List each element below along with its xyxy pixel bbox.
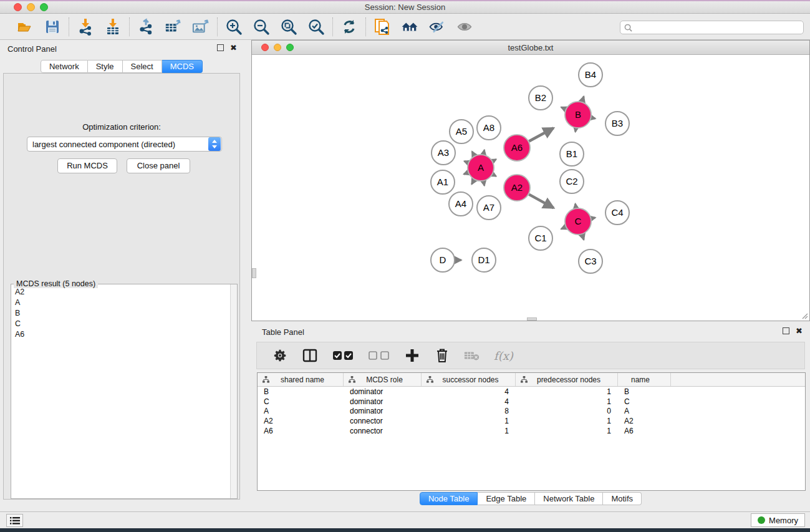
graph-node-A3[interactable]: A3: [432, 141, 455, 165]
network-canvas[interactable]: B4B2BB3A8A5A6A3B1AC2A1A2A4A7C4CC1C3DD1: [252, 55, 809, 321]
float-panel-icon[interactable]: [217, 44, 224, 51]
import-table-icon[interactable]: [104, 18, 122, 36]
graph-edge-A-A7[interactable]: [483, 181, 484, 186]
table-cell[interactable]: dominator: [344, 406, 422, 416]
mcds-result-item[interactable]: A2: [12, 286, 229, 297]
table-cell[interactable]: dominator: [344, 397, 422, 407]
graph-edge-A-A6[interactable]: [493, 159, 496, 161]
add-column-icon[interactable]: [404, 347, 420, 364]
graph-edge-C-C3[interactable]: [582, 235, 584, 239]
select-all-columns-icon[interactable]: [332, 347, 354, 364]
column-header-MCDS-role[interactable]: MCDS role: [344, 373, 422, 386]
graph-node-B[interactable]: B: [565, 102, 591, 128]
graph-node-D[interactable]: D: [431, 248, 455, 272]
table-cell[interactable]: A2: [618, 416, 671, 426]
import-network-icon[interactable]: [77, 18, 94, 36]
show-graphics-icon[interactable]: [456, 18, 473, 36]
table-cell[interactable]: 8: [422, 406, 516, 416]
unselect-all-columns-icon[interactable]: [368, 347, 390, 364]
table-cell[interactable]: A2: [258, 416, 344, 426]
search-input[interactable]: [635, 23, 799, 32]
mcds-result-item[interactable]: A: [12, 297, 229, 307]
memory-button[interactable]: Memory: [751, 513, 805, 527]
mcds-result-item[interactable]: A6: [12, 329, 229, 339]
table-row[interactable]: Adominator80A: [258, 406, 805, 416]
zoom-in-icon[interactable]: [225, 18, 243, 36]
column-header-shared-name[interactable]: shared name: [258, 373, 344, 386]
tab-network[interactable]: Network: [41, 60, 88, 73]
graph-node-A6[interactable]: A6: [504, 135, 530, 161]
tab-edge-table[interactable]: Edge Table: [478, 492, 535, 505]
table-cell[interactable]: 1: [422, 426, 516, 436]
graph-node-B3[interactable]: B3: [605, 112, 629, 135]
tab-style[interactable]: Style: [88, 60, 123, 73]
column-header-predecessor-nodes[interactable]: predecessor nodes: [516, 373, 618, 386]
graph-node-B4[interactable]: B4: [579, 63, 602, 87]
split-view-icon[interactable]: [302, 347, 318, 364]
table-cell[interactable]: dominator: [344, 387, 422, 397]
table-cell[interactable]: connector: [344, 416, 422, 426]
table-cell[interactable]: 0: [516, 406, 618, 416]
table-cell[interactable]: A6: [618, 426, 671, 436]
network-vertical-scrollbar[interactable]: [252, 268, 256, 278]
table-row[interactable]: Cdominator41C: [258, 397, 805, 407]
close-panel-icon[interactable]: ✖: [230, 44, 237, 51]
tab-select[interactable]: Select: [123, 60, 162, 73]
task-history-button[interactable]: [6, 514, 23, 527]
table-cell[interactable]: connector: [344, 426, 422, 436]
graph-edge-B-B2[interactable]: [561, 107, 566, 109]
graph-edge-C-C1[interactable]: [561, 227, 566, 229]
export-network-icon[interactable]: [137, 18, 155, 36]
column-header-name[interactable]: name: [618, 373, 671, 386]
graph-edge-C-C2[interactable]: [576, 204, 576, 208]
mcds-list-scrollbar[interactable]: [230, 284, 237, 498]
graph-node-B1[interactable]: B1: [560, 142, 584, 166]
table-cell[interactable]: 4: [422, 387, 516, 397]
close-panel-button[interactable]: Close panel: [127, 158, 190, 173]
export-table-icon[interactable]: [165, 18, 182, 36]
clone-network-icon[interactable]: [374, 18, 391, 36]
tab-motifs[interactable]: Motifs: [603, 492, 642, 505]
graph-edge-A6-B[interactable]: [529, 128, 553, 141]
graph-node-A5[interactable]: A5: [450, 120, 473, 143]
close-table-panel-icon[interactable]: ✖: [796, 327, 803, 334]
table-cell[interactable]: A: [618, 406, 671, 416]
graph-edge-A-A3[interactable]: [465, 161, 468, 162]
tab-network-table[interactable]: Network Table: [535, 492, 603, 505]
zoom-selected-icon[interactable]: [307, 18, 325, 36]
graph-node-A7[interactable]: A7: [477, 196, 501, 220]
graph-node-C1[interactable]: C1: [529, 226, 552, 250]
graph-node-A1[interactable]: A1: [431, 170, 455, 194]
table-cell[interactable]: A: [258, 406, 344, 416]
save-icon[interactable]: [44, 18, 61, 36]
table-cell[interactable]: 1: [516, 426, 618, 436]
graph-node-D1[interactable]: D1: [472, 248, 496, 272]
open-file-icon[interactable]: [16, 18, 34, 36]
table-cell[interactable]: 1: [516, 387, 618, 397]
tab-node-table[interactable]: Node Table: [420, 492, 478, 505]
graph-edge-A-A5[interactable]: [472, 152, 475, 156]
criterion-dropdown[interactable]: largest connected component (directed): [27, 137, 222, 152]
table-cell[interactable]: 1: [516, 397, 618, 407]
birdseye-home-icon[interactable]: [401, 18, 418, 36]
hide-graphics-icon[interactable]: [428, 18, 446, 36]
graph-edge-C-C4[interactable]: [591, 218, 595, 218]
zoom-out-icon[interactable]: [253, 18, 270, 36]
graph-node-B2[interactable]: B2: [529, 86, 552, 110]
tab-mcds[interactable]: MCDS: [162, 60, 203, 73]
column-header-successor-nodes[interactable]: successor nodes: [422, 373, 516, 386]
table-cell[interactable]: B: [618, 387, 671, 397]
search-field[interactable]: [620, 21, 804, 34]
graph-node-C2[interactable]: C2: [560, 170, 584, 193]
graph-node-A4[interactable]: A4: [449, 192, 473, 216]
zoom-fit-icon[interactable]: [280, 18, 297, 36]
run-mcds-button[interactable]: Run MCDS: [57, 158, 117, 173]
refresh-icon[interactable]: [340, 18, 358, 36]
table-cell[interactable]: 1: [516, 416, 618, 426]
graph-edge-A-A8[interactable]: [483, 150, 484, 154]
settings-icon[interactable]: [272, 347, 288, 364]
delete-column-icon[interactable]: [434, 347, 450, 364]
table-cell[interactable]: C: [618, 397, 671, 407]
graph-node-C4[interactable]: C4: [605, 201, 629, 225]
graph-node-A8[interactable]: A8: [477, 116, 501, 140]
